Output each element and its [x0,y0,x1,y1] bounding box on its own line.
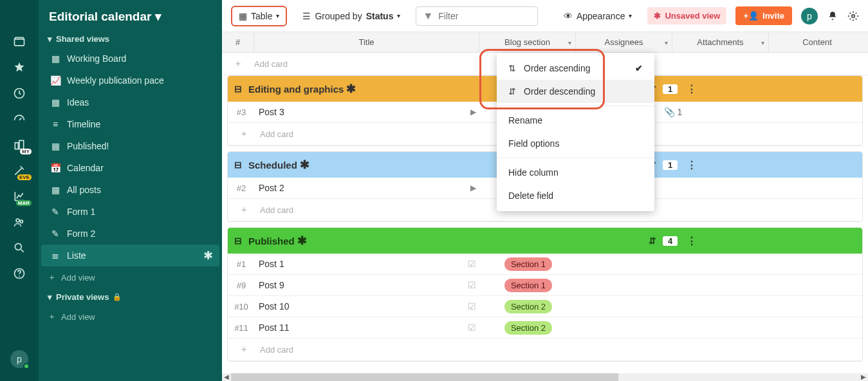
delete-field-item[interactable]: Delete field [497,184,654,207]
star-icon[interactable] [12,60,26,75]
scroll-thumb[interactable] [231,373,618,381]
group-header[interactable]: ⊟Published✱⇵4⋮ [228,228,862,254]
row-blog-section: Section 1 [480,279,577,292]
sidebar-item-label: Timeline [67,119,100,129]
plus-icon: ＋ [48,272,56,283]
sidebar-item-label: Weekly publication pace [67,75,164,86]
scroll-right-icon[interactable]: ▶ [859,373,868,381]
private-views-header[interactable]: ▾ Private views 🔒 [39,288,222,306]
group-by-dropdown[interactable]: ☰ Grouped by Status ▾ [296,7,407,25]
table-row[interactable]: #11Post 11☑Section 2 [228,317,862,339]
sidebar-item-label: Published! [67,141,109,151]
column-content[interactable]: Content [769,32,865,52]
rename-item[interactable]: Rename [497,109,654,132]
filter-field[interactable] [438,11,528,21]
chart-icon[interactable]: MAR [12,189,26,203]
sort-icon[interactable]: ⇵ [649,236,656,246]
buildings-icon[interactable]: MY [12,138,26,152]
svg-point-8 [19,275,20,277]
collapse-icon[interactable]: ⊟ [228,236,248,246]
collapse-icon[interactable]: ⊟ [228,84,248,94]
collapse-icon[interactable]: ⊟ [228,160,248,170]
table-row[interactable]: #10Post 10☑Section 2 [228,296,862,317]
column-assignees[interactable]: Assignees▾ [576,32,672,52]
sidebar-item-published-[interactable]: ▦Published! [41,135,219,157]
add-view-button[interactable]: ＋Add view [39,306,222,328]
app-rail: MY EVE MAR p [0,0,39,381]
row-title[interactable]: Post 10☑ [255,296,480,317]
order-ascending-item[interactable]: ⇅ Order ascending ✔ [497,57,654,80]
inbox-icon[interactable] [12,35,26,49]
blog-section-tag: Section 1 [504,279,552,292]
shared-views-header[interactable]: ▾ Shared views [39,30,222,48]
table-icon: ▦ [50,141,60,151]
row-title[interactable]: Post 11☑ [255,317,480,338]
row-title[interactable]: Post 3▶ [255,102,480,122]
play-icon[interactable]: ▶ [470,183,476,192]
board-title-label: Editorial calendar [49,10,151,24]
sidebar-item-weekly-publication-pace[interactable]: 📈Weekly publication pace [41,70,219,91]
row-hash: #11 [228,318,255,338]
hide-column-item[interactable]: Hide column [497,161,654,184]
scroll-left-icon[interactable]: ◀ [222,373,231,381]
search-icon[interactable] [12,241,26,255]
chevron-down-icon[interactable]: ▾ [761,39,764,46]
order-descending-item[interactable]: ⇵ Order descending [497,80,654,103]
sidebar-item-all-posts[interactable]: ▦All posts [41,179,219,201]
board-title-dropdown[interactable]: Editorial calendar ▾ [39,0,222,30]
plus-icon: ＋ [228,339,260,360]
sidebar-item-liste[interactable]: ≣Liste✱ [41,245,219,266]
clock-icon[interactable] [12,86,26,100]
column-hash[interactable]: # [222,32,254,52]
view-type-dropdown[interactable]: ▦ Table ▾ [231,6,287,26]
wand-icon[interactable]: EVE [12,163,26,178]
sidebar-item-working-board[interactable]: ▦Working Board [41,48,219,70]
table-row[interactable]: #1Post 1☑Section 1 [228,254,862,275]
form-icon: ✎ [50,228,60,239]
users-icon[interactable] [12,215,26,229]
plus-icon: ＋ [222,53,254,75]
kebab-menu-icon[interactable]: ⋮ [684,235,699,247]
column-attachments[interactable]: Attachments▾ [672,32,769,52]
sidebar-item-form-2[interactable]: ✎Form 2 [41,223,219,245]
invite-button[interactable]: +👤 Invite [735,6,792,25]
check-icon: ✔ [635,63,643,73]
appearance-dropdown[interactable]: 👁 Appearance ▾ [557,7,639,25]
column-title[interactable]: Title [254,32,479,52]
horizontal-scrollbar[interactable]: ◀ ▶ [222,373,868,381]
sidebar-item-timeline[interactable]: ≡Timeline [41,113,219,135]
column-blog-section[interactable]: Blog section▾ [479,32,576,52]
play-icon[interactable]: ▶ [470,107,476,116]
group-title: Scheduled [248,160,297,171]
sidebar-item-form-1[interactable]: ✎Form 1 [41,201,219,223]
chevron-down-icon[interactable]: ▾ [568,39,571,46]
row-title[interactable]: Post 2▶ [255,178,480,198]
kebab-menu-icon[interactable]: ⋮ [684,83,699,95]
bell-icon[interactable] [827,10,838,22]
user-avatar[interactable]: p [801,8,818,24]
badge-my: MY [20,149,32,154]
presence-dot-icon [23,363,30,369]
chevron-down-icon: ▾ [155,9,162,24]
plus-icon: ＋ [48,311,56,322]
help-icon[interactable] [12,266,26,281]
table-row[interactable]: #9Post 9☑Section 1 [228,275,862,296]
gear-icon[interactable] [847,10,859,22]
unsaved-view-button[interactable]: ✱ Unsaved view [647,7,726,24]
chevron-down-icon[interactable]: ▾ [665,39,668,46]
field-options-item[interactable]: Field options [497,132,654,155]
add-card-row[interactable]: ＋Add card [228,339,862,361]
sidebar-item-calendar[interactable]: 📅Calendar [41,157,219,179]
asterisk-icon: ✱ [654,11,661,21]
form-icon: ✎ [50,207,60,217]
user-avatar[interactable]: p [10,350,28,368]
kebab-menu-icon[interactable]: ⋮ [684,159,699,171]
gauge-icon[interactable] [12,112,26,126]
row-title[interactable]: Post 9☑ [255,275,480,295]
filter-input[interactable]: ▼ [416,6,538,26]
svg-rect-2 [15,143,18,149]
add-view-button[interactable]: ＋Add view [39,266,222,288]
row-title[interactable]: Post 1☑ [255,254,480,274]
sidebar-item-ideas[interactable]: ▦Ideas [41,91,219,113]
row-hash: #1 [228,254,255,274]
